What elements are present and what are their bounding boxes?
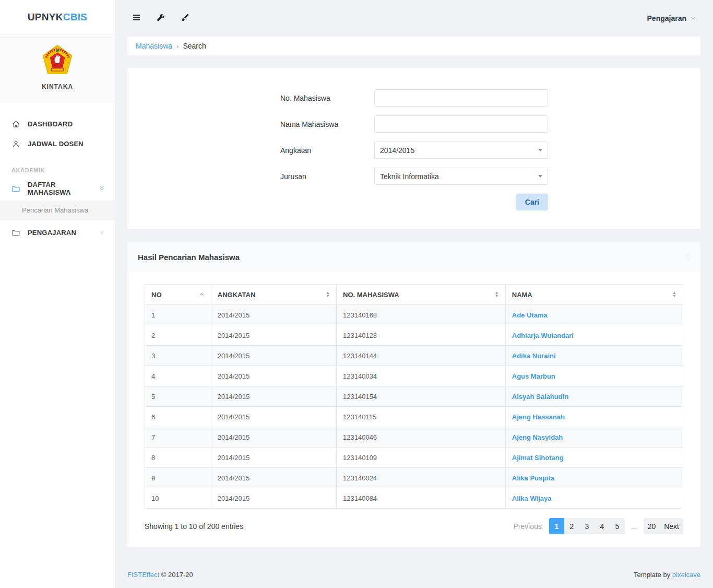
- sidebar-item-pengajaran[interactable]: PENGAJARAN: [0, 222, 115, 242]
- student-name-link[interactable]: Adika Nuraini: [512, 352, 556, 360]
- user-dropdown-label: Pengajaran: [647, 14, 686, 22]
- cell-no-mahasiswa: 123140154: [337, 386, 506, 407]
- entries-summary: Showing 1 to 10 of 200 entries: [145, 522, 243, 531]
- angkatan-select[interactable]: 2014/2015: [374, 142, 548, 159]
- pagination-ellipsis: ...: [631, 522, 637, 531]
- theme-brush-button[interactable]: [176, 10, 194, 27]
- sidebar-item-daftar-mahasiswa[interactable]: DAFTAR MAHASISWA: [0, 179, 115, 198]
- page-button-5[interactable]: 5: [610, 518, 625, 534]
- cell-no: 1: [145, 305, 211, 325]
- student-name-link[interactable]: Ajeng Nasyidah: [512, 433, 563, 441]
- jurusan-label: Jurusan: [280, 172, 374, 181]
- jurusan-select[interactable]: Teknik Informatika: [374, 168, 548, 185]
- cell-no: 4: [145, 366, 211, 386]
- cell-angkatan: 2014/2015: [211, 305, 336, 325]
- cell-no-mahasiswa: 123140144: [337, 346, 506, 366]
- cell-angkatan: 2014/2015: [211, 448, 336, 468]
- column-header-angkatan[interactable]: ANGKATAN ▲▼: [211, 285, 336, 305]
- page-button-20[interactable]: 20: [644, 518, 660, 534]
- cell-no: 10: [145, 488, 211, 509]
- panel-options-icon[interactable]: ▯: [686, 252, 690, 262]
- column-header-nama[interactable]: NAMA ▲▼: [505, 285, 683, 305]
- sidebar-item-jadwal-dosen[interactable]: JADWAL DOSEN: [0, 134, 115, 154]
- sidebar-item-label: DASHBOARD: [28, 120, 73, 128]
- cell-angkatan: 2014/2015: [211, 366, 336, 386]
- column-header-no-mahasiswa[interactable]: NO. MAHASISWA ▲▼: [337, 285, 506, 305]
- chevron-down-icon: [690, 15, 696, 21]
- cell-no-mahasiswa: 123140084: [337, 488, 506, 509]
- cell-nama: Alika Puspita: [505, 468, 683, 488]
- settings-button[interactable]: [152, 10, 170, 27]
- cell-nama: Ajimat Sihotang: [505, 448, 683, 468]
- cell-nama: Alika Wijaya: [505, 488, 683, 509]
- folder-icon: [11, 184, 20, 193]
- table-row: 32014/2015123140144Adika Nuraini: [145, 346, 683, 366]
- cell-nama: Adhiarja Wulandari: [505, 325, 683, 346]
- results-table: NO ANGKATAN ▲▼ NO. MAHASISWA ▲▼: [145, 284, 683, 509]
- sort-asc-icon: [199, 291, 205, 299]
- select-caret-icon: [538, 149, 542, 151]
- user-dropdown[interactable]: Pengajaran: [647, 14, 700, 22]
- table-row: 72014/2015123140046Ajeng Nasyidah: [145, 427, 683, 448]
- sidebar-user-name: KINTAKA: [0, 83, 115, 90]
- student-name-link[interactable]: Aisyah Salahudin: [512, 393, 568, 401]
- table-row: 52014/2015123140154Aisyah Salahudin: [145, 386, 683, 407]
- cell-no-mahasiswa: 123140128: [337, 325, 506, 346]
- folder-icon: [11, 228, 20, 237]
- topbar: Pengajaran: [127, 0, 700, 37]
- student-name-link[interactable]: Adhiarja Wulandari: [512, 332, 574, 339]
- page-button-4[interactable]: 4: [595, 518, 610, 534]
- jurusan-selected-value: Teknik Informatika: [380, 172, 439, 181]
- fisteffect-link[interactable]: FISTEffect: [127, 571, 159, 579]
- cell-angkatan: 2014/2015: [211, 468, 336, 488]
- table-row: 92014/2015123140024Alika Puspita: [145, 468, 683, 488]
- cell-nama: Agus Marbun: [505, 366, 683, 386]
- sidebar-item-pencarian-mahasiswa[interactable]: Pencarian Mahasiswa: [0, 201, 115, 220]
- copyright-text: © 2017-20: [161, 571, 193, 579]
- student-name-link[interactable]: Alika Puspita: [512, 474, 555, 482]
- no-mahasiswa-input[interactable]: [374, 89, 548, 107]
- page-button-2[interactable]: 2: [564, 518, 579, 534]
- cari-button[interactable]: Cari: [516, 194, 548, 210]
- pixelcave-link[interactable]: pixelcave: [672, 571, 700, 579]
- home-icon: [11, 120, 20, 128]
- student-name-link[interactable]: Ajeng Hassanah: [512, 413, 565, 421]
- results-panel: Hasil Pencarian Mahasiswa ▯ NO ANGKATAN …: [127, 242, 700, 547]
- sidebar-user-block: KINTAKA: [0, 34, 115, 102]
- cell-no: 5: [145, 386, 211, 407]
- cell-angkatan: 2014/2015: [211, 427, 336, 448]
- sort-both-icon: ▲▼: [495, 291, 499, 298]
- student-name-link[interactable]: Alika Wijaya: [512, 495, 552, 502]
- wrench-icon: [157, 14, 165, 23]
- angkatan-selected-value: 2014/2015: [380, 146, 414, 155]
- pagination-previous[interactable]: Previous: [513, 522, 541, 531]
- sidebar-item-label: PENGAJARAN: [28, 229, 76, 237]
- main-content: Pengajaran Mahasiswa › Search No. Mahasi…: [115, 0, 713, 579]
- cell-nama: Ade Utama: [505, 305, 683, 325]
- pagination-next[interactable]: Next: [660, 518, 683, 534]
- breadcrumb-current: Search: [183, 42, 206, 50]
- student-name-link[interactable]: Agus Marbun: [512, 372, 555, 380]
- sidebar: UPNYKCBIS KINTAKA DASHBOARD: [0, 0, 115, 588]
- cell-no-mahasiswa: 123140115: [337, 407, 506, 427]
- page-button-3[interactable]: 3: [579, 518, 595, 534]
- table-row: 82014/2015123140109Ajimat Sihotang: [145, 448, 683, 468]
- student-name-link[interactable]: Ajimat Sihotang: [512, 454, 564, 462]
- cell-no: 7: [145, 427, 211, 448]
- page-button-1[interactable]: 1: [549, 518, 564, 534]
- cell-no-mahasiswa: 123140168: [337, 305, 506, 325]
- breadcrumb-link-mahasiswa[interactable]: Mahasiswa: [136, 42, 172, 50]
- sidebar-item-dashboard[interactable]: DASHBOARD: [0, 114, 115, 134]
- chevron-left-icon: [99, 229, 105, 236]
- column-header-no[interactable]: NO: [145, 285, 211, 305]
- page-footer: FISTEffect © 2017-20 Template by pixelca…: [127, 547, 700, 579]
- cell-nama: Ajeng Hassanah: [505, 407, 683, 427]
- sidebar-toggle-button[interactable]: [127, 9, 146, 27]
- sidebar-item-label: JADWAL DOSEN: [28, 140, 84, 148]
- cell-no-mahasiswa: 123140024: [337, 468, 506, 488]
- select-caret-icon: [538, 175, 542, 178]
- nama-mahasiswa-input[interactable]: [374, 115, 548, 133]
- student-name-link[interactable]: Ade Utama: [512, 311, 548, 319]
- app-logo[interactable]: UPNYKCBIS: [0, 0, 115, 34]
- cell-nama: Aisyah Salahudin: [505, 386, 683, 407]
